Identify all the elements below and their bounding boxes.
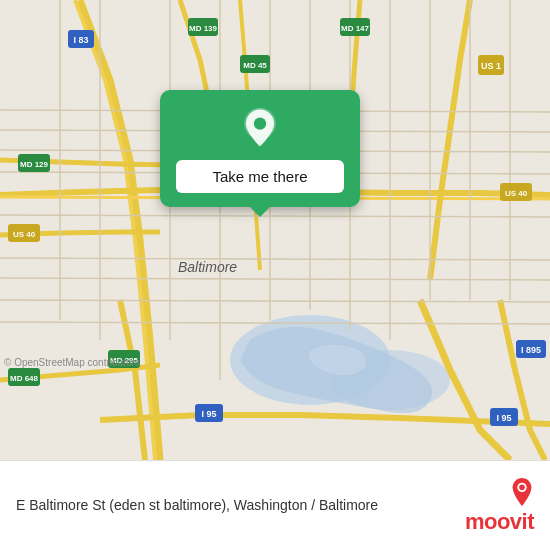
svg-text:US 40: US 40 — [13, 230, 36, 239]
svg-text:I 83: I 83 — [73, 35, 88, 45]
svg-text:I 95: I 95 — [496, 413, 511, 423]
map-container: I 83 MD 139 MD 147 US 1 MD 45 MD 129 US … — [0, 0, 550, 460]
svg-text:MD 129: MD 129 — [20, 160, 49, 169]
osm-credit: © OpenStreetMap contributors — [4, 357, 140, 368]
moovit-brand-name: moovit — [465, 509, 534, 535]
svg-text:MD 45: MD 45 — [243, 61, 267, 70]
location-pin-icon — [238, 106, 282, 150]
svg-text:I 95: I 95 — [201, 409, 216, 419]
location-title: E Baltimore St (eden st baltimore), Wash… — [16, 497, 378, 513]
app: I 83 MD 139 MD 147 US 1 MD 45 MD 129 US … — [0, 0, 550, 550]
info-bar: E Baltimore St (eden st baltimore), Wash… — [0, 460, 550, 550]
svg-text:MD 147: MD 147 — [341, 24, 370, 33]
moovit-logo: moovit — [465, 477, 534, 535]
svg-point-54 — [519, 484, 525, 490]
svg-text:MD 139: MD 139 — [189, 24, 218, 33]
svg-text:I 895: I 895 — [521, 345, 541, 355]
popup-card: Take me there — [160, 90, 360, 207]
svg-text:US 40: US 40 — [505, 189, 528, 198]
moovit-pin-icon — [510, 477, 534, 507]
svg-point-52 — [254, 117, 266, 129]
map-svg: I 83 MD 139 MD 147 US 1 MD 45 MD 129 US … — [0, 0, 550, 460]
svg-text:MD 648: MD 648 — [10, 374, 39, 383]
svg-text:Baltimore: Baltimore — [178, 259, 237, 275]
info-text: E Baltimore St (eden st baltimore), Wash… — [16, 496, 453, 514]
svg-text:US 1: US 1 — [481, 61, 501, 71]
take-me-there-button[interactable]: Take me there — [176, 160, 344, 193]
